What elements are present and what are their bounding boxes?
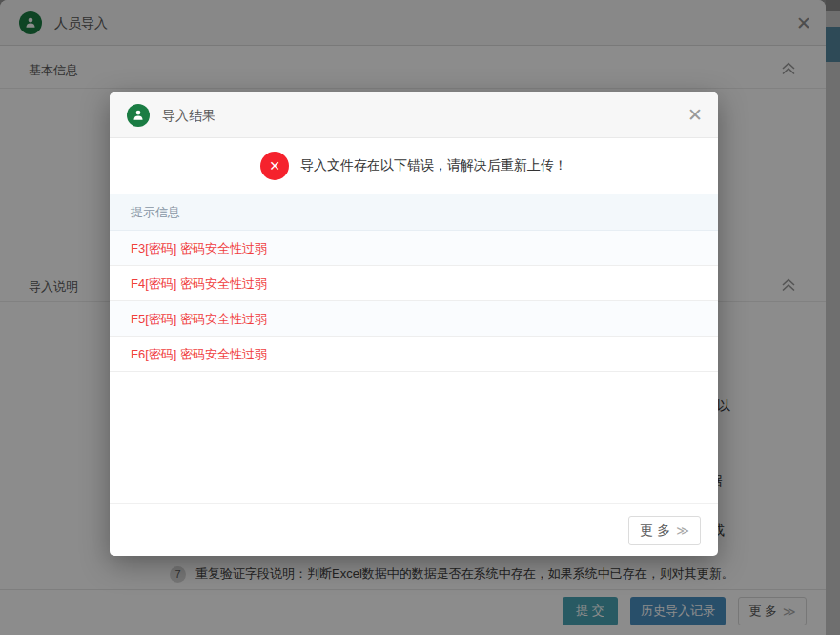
import-result-modal: 导入结果 ✕ ✕ 导入文件存在以下错误，请解决后重新上传！ 提示信息 F3[密码… xyxy=(110,92,718,556)
screen: 人员导入 ✕ 基本信息 导入说明 以 据 或 7 重复验证字段说明： xyxy=(0,0,840,635)
modal-footer: 更 多 ≫ xyxy=(110,503,718,556)
error-banner-text: 导入文件存在以下错误，请解决后重新上传！ xyxy=(300,157,567,174)
error-banner: ✕ 导入文件存在以下错误，请解决后重新上传！ xyxy=(110,138,718,194)
modal-close-icon[interactable]: ✕ xyxy=(687,106,703,124)
modal-header: 导入结果 ✕ xyxy=(110,92,718,138)
table-row: F5[密码] 密码安全性过弱 xyxy=(110,301,718,337)
modal-more-label: 更 多 xyxy=(640,522,670,540)
double-chevron-right-icon: ≫ xyxy=(676,523,689,538)
table-header-message: 提示信息 xyxy=(110,194,718,231)
table-row: F3[密码] 密码安全性过弱 xyxy=(110,231,718,266)
table-row: F6[密码] 密码安全性过弱 xyxy=(110,337,718,372)
modal-title: 导入结果 xyxy=(162,92,215,138)
person-icon xyxy=(127,104,150,127)
error-x-icon: ✕ xyxy=(260,152,289,180)
table-row: F4[密码] 密码安全性过弱 xyxy=(110,266,718,301)
modal-more-button[interactable]: 更 多 ≫ xyxy=(628,516,701,545)
